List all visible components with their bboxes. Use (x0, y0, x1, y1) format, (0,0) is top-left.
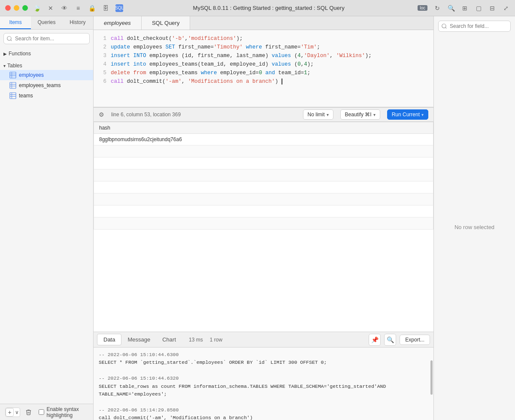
run-arrow: ▾ (421, 112, 424, 117)
leaf-icon[interactable]: 🍃 (33, 4, 41, 12)
search-icon[interactable]: 🔍 (447, 4, 455, 12)
code-line-3: 3 insert INTO employees (id, first_name,… (94, 51, 433, 60)
syntax-highlight-toggle[interactable]: Enable syntax highlighting (39, 406, 88, 418)
code-text-1: call dolt_checkout('-b','modifications')… (111, 34, 243, 43)
table-icon-teams (9, 92, 16, 99)
table-row-empty-7 (94, 218, 433, 230)
refresh-icon[interactable]: ↻ (433, 4, 441, 12)
limit-label: No limit (308, 112, 325, 118)
code-line-2: 2 update employees SET first_name='Timot… (94, 43, 433, 51)
table-row-empty-1 (94, 145, 433, 157)
split-icon[interactable]: ⊟ (488, 4, 496, 12)
content-tab-sql[interactable]: SQL Query (142, 16, 191, 30)
beautify-label: Beautify ⌘I (345, 112, 372, 118)
tables-label: Tables (7, 63, 22, 69)
code-editor[interactable]: 1 call dolt_checkout('-b','modifications… (94, 30, 433, 90)
sidebar-search-container (0, 30, 93, 48)
cell-hash: 8gglbpnomudsirns6u2cjeitundq76a6 (94, 134, 433, 145)
tables-header[interactable]: ▾ Tables (0, 61, 93, 70)
content-tab-employees[interactable]: employees (94, 16, 142, 30)
sql-badge: SQL (115, 4, 123, 12)
log-entry-1: -- 2022-06-06 15:10:44.6300 SELECT * FRO… (99, 351, 428, 367)
line-num-2: 2 (99, 43, 106, 51)
log-sql-2: SELECT table_rows as count FROM informat… (99, 384, 386, 397)
results-area: hash 8gglbpnomudsirns6u2cjeitundq76a6 (94, 122, 433, 420)
eye-icon[interactable]: 👁 (61, 4, 68, 12)
sidebar: Items Queries History ▶ Functions ▾ Tabl… (0, 16, 94, 420)
tab-history[interactable]: History (62, 16, 93, 29)
limit-dropdown[interactable]: No limit ▾ (303, 109, 333, 120)
sidebar-item-employees[interactable]: employees (0, 70, 93, 80)
sidebar-item-employees-teams[interactable]: employees_teams (0, 80, 93, 91)
log-sql-1: SELECT * FROM `getting_started`.`employe… (99, 360, 327, 365)
sidebar-item-teams-label: teams (19, 93, 33, 99)
tab-data[interactable]: Data (97, 334, 121, 345)
log-timestamp-3: -- 2022-06-06 15:14:29.8580 (99, 407, 179, 413)
main-layout: Items Queries History ▶ Functions ▾ Tabl… (0, 16, 515, 420)
query-editor[interactable]: 1 call dolt_checkout('-b','modifications… (94, 30, 433, 107)
log-scrollbar[interactable] (430, 347, 433, 420)
lock-icon[interactable]: 🔒 (88, 4, 96, 12)
query-rows: 1 row (210, 337, 222, 343)
beautify-button[interactable]: Beautify ⌘I ▾ (340, 109, 380, 120)
tables-section: ▾ Tables employees employees_teams team (0, 60, 93, 103)
export-button[interactable]: Export... (400, 335, 430, 345)
table-row[interactable]: 8gglbpnomudsirns6u2cjeitundq76a6 (94, 134, 433, 145)
minimize-button[interactable] (14, 5, 19, 11)
run-button[interactable]: Run Current ▾ (387, 109, 428, 120)
close-tab-icon[interactable]: ✕ (47, 4, 55, 12)
code-line-4: 4 insert into employees_teams(team_id, e… (94, 60, 433, 69)
search-results-button[interactable]: 🔍 (384, 334, 396, 346)
db-icon[interactable]: 🗄 (102, 4, 109, 12)
traffic-lights (5, 5, 28, 11)
maximize-button[interactable] (22, 5, 28, 11)
table-row-empty-2 (94, 157, 433, 169)
add-item-arrow[interactable]: ∨ (14, 408, 20, 417)
sidebar-item-employees-teams-label: employees_teams (19, 82, 61, 88)
tab-queries[interactable]: Queries (31, 16, 62, 29)
bottom-tabs: Data Message Chart 13 ms 1 row 📌 🔍 Expor… (94, 332, 433, 347)
code-text-6: call dolt_commit('-am', 'Modifications o… (111, 77, 282, 86)
sidebar-search-input[interactable] (3, 33, 90, 44)
functions-header[interactable]: ▶ Functions (0, 49, 93, 58)
titlebar-left-icons: 🍃 ✕ 👁 ≡ 🔒 🗄 SQL (33, 4, 123, 12)
sidebar-item-teams[interactable]: teams (0, 91, 93, 101)
tab-message[interactable]: Message (121, 334, 156, 345)
line-num-3: 3 (99, 51, 106, 60)
results-table: hash 8gglbpnomudsirns6u2cjeitundq76a6 (94, 122, 433, 230)
delete-item-button[interactable] (24, 408, 33, 417)
log-timestamp-1: -- 2022-06-06 15:10:44.6300 (99, 352, 179, 357)
run-label: Run Current (392, 112, 420, 118)
syntax-checkbox[interactable] (39, 409, 44, 415)
svg-rect-4 (10, 82, 16, 88)
tab-items[interactable]: Items (0, 16, 31, 29)
table-icon-employees (9, 72, 16, 79)
lines-icon[interactable]: ≡ (74, 4, 82, 12)
beautify-arrow: ▾ (373, 112, 376, 117)
pin-button[interactable]: 📌 (369, 334, 381, 346)
results-table-container[interactable]: hash 8gglbpnomudsirns6u2cjeitundq76a6 (94, 122, 433, 332)
line-num-1: 1 (99, 34, 106, 43)
query-stats: 13 ms 1 row (189, 337, 222, 343)
log-entry-2: -- 2022-06-06 15:10:44.6320 SELECT table… (99, 375, 428, 398)
tables-arrow: ▾ (3, 63, 6, 68)
close-button[interactable] (5, 5, 11, 11)
code-line-6: 6 call dolt_commit('-am', 'Modifications… (94, 77, 433, 86)
log-scrollbar-thumb[interactable] (430, 360, 433, 395)
sidebar-tabs: Items Queries History (0, 16, 93, 30)
expand-icon[interactable]: ⤢ (502, 4, 510, 12)
log-area: -- 2022-06-06 15:10:44.6300 SELECT * FRO… (94, 347, 433, 420)
sidebar-toggle-icon[interactable]: ▢ (475, 4, 482, 12)
tab-chart[interactable]: Chart (156, 334, 182, 345)
table-row-empty-5 (94, 193, 433, 205)
svg-rect-0 (10, 72, 16, 78)
log-entry-3: -- 2022-06-06 15:14:29.8580 call dolt_co… (99, 406, 428, 420)
titlebar-right-icons: loc ↻ 🔍 ⊞ ▢ ⊟ ⤢ (414, 4, 510, 12)
sidebar-footer: + ∨ Enable syntax highlighting (0, 404, 93, 420)
add-item-button[interactable]: + (6, 408, 14, 417)
field-search-input[interactable] (438, 21, 511, 32)
field-search-container (434, 16, 515, 34)
grid-icon[interactable]: ⊞ (461, 4, 469, 12)
no-row-selected: No row selected (454, 224, 494, 230)
table-row-empty-4 (94, 181, 433, 193)
